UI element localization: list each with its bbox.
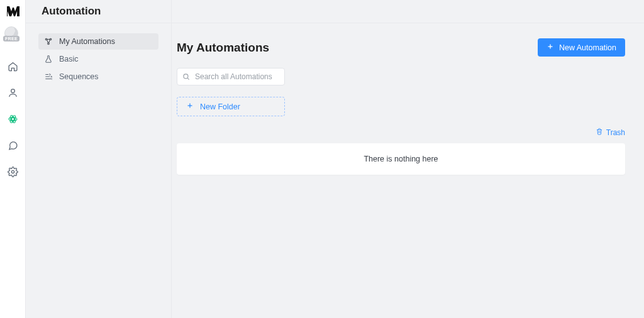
trash-icon [596,128,603,137]
search-input[interactable] [177,68,285,85]
sidebar-item-label: My Automations [59,37,115,46]
new-folder-button[interactable]: New Folder [177,97,285,116]
nav-rail: FREE [0,0,26,318]
sidebar-item-my-automations[interactable]: My Automations [38,33,158,50]
empty-state: There is nothing here [177,143,625,175]
plus-icon [547,43,554,52]
empty-message: There is nothing here [364,155,438,163]
section-header: Automation [26,0,171,23]
page-title: My Automations [177,41,269,55]
nav-messages[interactable] [7,140,18,151]
sequence-icon [44,72,53,81]
svg-point-8 [48,43,50,45]
svg-point-5 [11,170,14,173]
nav-settings[interactable] [7,166,18,177]
sidebar: Automation My Automations Basic Sequence… [26,0,172,318]
sidebar-item-basic[interactable]: Basic [38,51,158,67]
main-area: My Automations New Automation Ne [172,0,644,318]
button-label: New Folder [200,102,240,111]
app-logo[interactable] [5,4,20,19]
sidebar-item-label: Basic [59,55,79,63]
button-label: New Automation [559,43,616,52]
main-header-strip [172,0,644,23]
search-icon [182,72,191,81]
trash-link[interactable]: Trash [596,128,625,137]
new-automation-button[interactable]: New Automation [538,38,625,57]
svg-point-0 [11,89,14,92]
nav-contacts[interactable] [7,87,18,98]
trash-label: Trash [606,128,625,137]
svg-point-1 [11,118,14,120]
sidebar-item-sequences[interactable]: Sequences [38,69,158,85]
nav-home[interactable] [7,60,18,72]
flask-icon [44,55,53,63]
section-title: Automation [42,5,101,18]
plus-icon [186,102,194,111]
plan-badge: FREE [3,36,19,41]
nav-automation[interactable] [7,113,18,124]
avatar[interactable]: FREE [4,26,21,43]
sidebar-item-label: Sequences [59,72,99,81]
search-wrap [177,68,285,85]
workflow-icon [44,37,53,46]
svg-point-9 [184,74,188,79]
